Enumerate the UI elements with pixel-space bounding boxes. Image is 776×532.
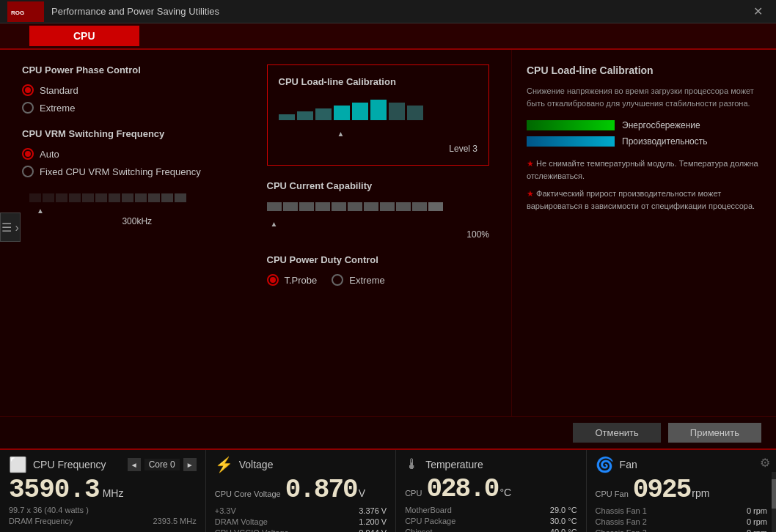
volt-row-2: CPU VCCIO Voltage 0.944 V	[215, 528, 387, 532]
freq-value-row: 3590.3 MHz	[9, 477, 197, 503]
right-panel-desc: Снижение напряжения во время загрузки пр…	[527, 85, 761, 109]
vrm-bar-2	[43, 193, 54, 202]
dram-freq-label: DRAM Frequency	[9, 517, 73, 525]
fan-row-0: Chassis Fan 1 0 rpm	[596, 506, 767, 515]
temp-row-2: Chipset 40.0 °C	[405, 528, 576, 532]
vrm-bar-5	[82, 193, 94, 202]
volt-row-1: DRAM Voltage 1.200 V	[215, 517, 387, 526]
freq-sub1: 99.7 x 36 (40.4 watts )	[9, 506, 197, 514]
note-2: Фактический прирост производительности м…	[527, 188, 761, 212]
llc-bar-1	[279, 114, 295, 120]
llc-bar-8	[407, 106, 423, 120]
cap-bar-6	[348, 202, 362, 211]
temp-row-1: CPU Package 30.0 °C	[405, 517, 576, 525]
tprobe-label: T.Probe	[285, 275, 318, 286]
temp-header: 🌡 Temperature	[405, 456, 576, 473]
legend-perf: Производительность	[527, 136, 761, 147]
temp-title: Temperature	[425, 459, 483, 470]
vrm-bar-3	[56, 193, 67, 202]
volt-row-0: +3.3V 3.376 V	[215, 506, 387, 515]
extreme-option[interactable]: Extreme	[22, 102, 245, 114]
duty-extreme-radio[interactable]	[332, 274, 343, 286]
vrm-auto-radio[interactable]	[22, 148, 34, 160]
llc-bar-4-active	[334, 106, 350, 120]
volt-title: Voltage	[239, 459, 274, 470]
settings-gear-icon[interactable]: ⚙	[760, 456, 770, 470]
llc-box: CPU Load-line Calibration ▲ Le	[267, 64, 490, 166]
fan-scrollbar[interactable]	[772, 472, 776, 532]
cancel-button[interactable]: Отменить	[573, 423, 660, 443]
vrm-fixed-option[interactable]: Fixed CPU VRM Switching Frequency	[22, 166, 245, 177]
cap-bar-5	[332, 202, 346, 211]
energy-bar	[527, 120, 615, 130]
llc-bar-5-active	[352, 103, 368, 120]
sidebar-toggle[interactable]: ☰ ›	[0, 213, 21, 242]
power-phase-section: CPU Power Phase Control Standard Extreme…	[22, 64, 245, 292]
vrm-bar-8	[122, 193, 133, 202]
fan-label-2: Chassis Fan 3	[596, 528, 647, 532]
right-panel-title: CPU Load-line Calibration	[527, 64, 761, 76]
notes: Не снимайте температурный модуль. Темпер…	[527, 158, 761, 212]
core-prev-button[interactable]: ◄	[128, 458, 141, 471]
volt-main-value: 0.870	[285, 477, 357, 503]
fan-icon: 🌀	[596, 456, 614, 473]
temp-label-0: MotherBoard	[405, 506, 452, 514]
fan-main-unit: rpm	[692, 487, 709, 499]
cap-bar-7	[364, 202, 378, 211]
cap-bar-4	[315, 202, 330, 211]
title-bar: ROG Performance and Power Saving Utiliti…	[0, 0, 776, 23]
duty-title: CPU Power Duty Control	[267, 254, 490, 265]
volt-main-row: CPU Core Voltage 0.870 V	[215, 477, 387, 503]
close-button[interactable]: ✕	[747, 3, 769, 20]
cap-bars	[267, 200, 490, 213]
perf-bar	[527, 136, 615, 147]
cap-bar-10	[412, 202, 427, 211]
tprobe-option[interactable]: T.Probe	[267, 274, 318, 286]
core-nav: ◄ Core 0 ►	[128, 458, 197, 471]
extreme-radio[interactable]	[22, 102, 34, 114]
volt-main-label: CPU Core Voltage	[215, 489, 281, 498]
capability-section: CPU Current Capability	[267, 180, 490, 240]
cpu-tab[interactable]: CPU	[29, 26, 139, 46]
cap-bar-9	[396, 202, 411, 211]
vrm-auto-label: Auto	[40, 149, 59, 160]
power-phase-title: CPU Power Phase Control	[22, 64, 245, 75]
temperature-section: 🌡 Temperature CPU 028.0 °C MotherBoard 2…	[396, 450, 586, 532]
core-next-button[interactable]: ►	[183, 458, 197, 471]
energy-label: Энергосбережение	[622, 120, 700, 130]
freq-title: CPU Frequency	[33, 459, 106, 470]
fan-section: 🌀 Fan ⚙ CPU Fan 0925 rpm Chassis Fan 1 0…	[587, 450, 776, 532]
tprobe-radio[interactable]	[267, 274, 279, 286]
temp-main-unit: °C	[499, 487, 511, 498]
llc-bar-3	[315, 108, 332, 120]
standard-option[interactable]: Standard	[22, 84, 245, 96]
vrm-bar-12	[175, 193, 186, 202]
volt-val-2: 0.944 V	[359, 528, 387, 532]
top-controls: CPU Power Phase Control Standard Extreme…	[22, 64, 489, 292]
vrm-section: CPU VRM Switching Frequency Auto Fixed C…	[22, 128, 245, 226]
temp-label-2: Chipset	[405, 528, 432, 532]
llc-bar-2	[297, 111, 313, 120]
llc-title: CPU Load-line Calibration	[279, 76, 478, 87]
voltage-section: ⚡ Voltage CPU Core Voltage 0.870 V +3.3V…	[206, 450, 396, 532]
duty-extreme-option[interactable]: Extreme	[332, 274, 384, 286]
fan-header: 🌀 Fan ⚙	[596, 456, 767, 473]
apply-button[interactable]: Применить	[668, 423, 761, 443]
vrm-slider-container: ▲ 300kHz	[22, 192, 245, 226]
volt-val-1: 1.200 V	[359, 517, 387, 526]
fan-val-2: 0 rpm	[747, 528, 767, 532]
vrm-bar-6	[95, 193, 107, 202]
core-label: Core 0	[144, 459, 180, 470]
standard-label: Standard	[40, 85, 78, 96]
standard-radio[interactable]	[22, 84, 34, 96]
scrollbar-thumb[interactable]	[772, 479, 776, 509]
vrm-auto-option[interactable]: Auto	[22, 148, 245, 160]
vrm-bar-1	[29, 193, 41, 202]
right-controls: CPU Load-line Calibration ▲ Le	[267, 64, 490, 292]
vrm-fixed-radio[interactable]	[22, 166, 34, 177]
frequency-section: ⬜ CPU Frequency ◄ Core 0 ► 3590.3 MHz 99…	[0, 450, 206, 532]
vrm-bar-9	[135, 193, 147, 202]
dram-freq-row: DRAM Frequency 2393.5 MHz	[9, 514, 197, 525]
llc-bar-7	[389, 103, 405, 120]
vrm-bar-4	[69, 193, 81, 202]
